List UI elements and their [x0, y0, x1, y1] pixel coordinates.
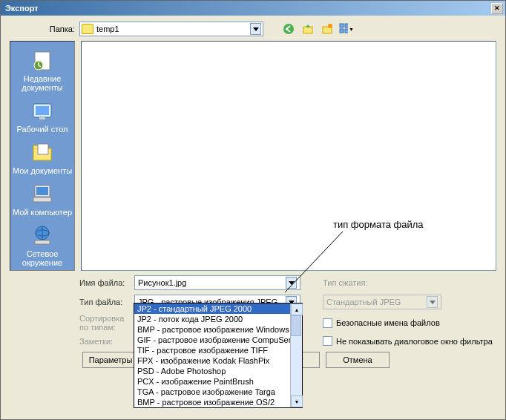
dropdown-arrow-icon: [250, 23, 261, 35]
folder-select[interactable]: temp1: [79, 22, 263, 36]
back-button[interactable]: [281, 22, 296, 36]
computer-icon: [30, 183, 54, 206]
new-folder-button[interactable]: [320, 22, 335, 36]
sidebar-item-recent[interactable]: Недавние документы: [10, 46, 74, 95]
sidebar-item-desktop[interactable]: Рабочий стол: [10, 96, 74, 137]
svg-rect-1: [303, 27, 312, 33]
title-bar: Экспорт ✕: [1, 1, 505, 16]
svg-rect-6: [340, 29, 344, 33]
svg-point-0: [283, 24, 294, 34]
svg-rect-20: [35, 240, 50, 244]
chevron-down-icon: ▼: [295, 399, 300, 404]
no-dialog-checkbox[interactable]: Не показывать диалоговое окно фильтра: [323, 336, 493, 346]
dropdown-item[interactable]: GIF - растровое изображение CompuServe: [134, 335, 302, 345]
sidebar-item-computer[interactable]: Мой компьютер: [10, 180, 74, 220]
dropdown-arrow-icon: [427, 296, 438, 308]
dropdown-item[interactable]: FPX - изображение Kodak FlashPix: [134, 355, 302, 366]
annotation-text: тип формата файла: [333, 219, 424, 230]
folder-icon: [82, 24, 93, 34]
chevron-up-icon: ▲: [295, 307, 300, 312]
view-menu-button[interactable]: ▼: [339, 22, 354, 36]
recent-icon: [30, 49, 54, 73]
folder-label: Папка:: [10, 24, 75, 33]
scrollbar[interactable]: ▲ ▼: [290, 303, 302, 407]
svg-rect-16: [36, 187, 48, 195]
sidebar-label: Рабочий стол: [16, 125, 68, 134]
dropdown-arrow-icon: [286, 277, 297, 289]
up-folder-icon: [302, 23, 314, 35]
cancel-button[interactable]: Отмена: [326, 352, 390, 368]
sort-label: Сортировка по типам:: [79, 314, 130, 332]
dropdown-item[interactable]: PCX - изображение PaintBrush: [134, 376, 302, 387]
dropdown-item[interactable]: TIF - растровое изображение TIFF: [134, 345, 302, 355]
sidebar-label: Мои документы: [13, 166, 72, 175]
scroll-down-button[interactable]: ▼: [291, 396, 303, 407]
params-button[interactable]: Параметры: [82, 352, 139, 368]
close-icon: ✕: [494, 4, 500, 12]
filetype-label: Тип файла:: [79, 298, 130, 306]
safe-names-checkbox[interactable]: Безопасные имена файлов: [323, 318, 440, 328]
chevron-down-icon: ▼: [349, 27, 354, 32]
dropdown-item[interactable]: JP2 - стандартный JPEG 2000: [134, 303, 302, 314]
sidebar-label: Недавние документы: [12, 74, 73, 92]
svg-rect-12: [39, 117, 45, 119]
dropdown-item[interactable]: BMP - растровое изображение Windows: [134, 324, 302, 335]
dropdown-item[interactable]: BMP - растровое изображение OS/2: [134, 397, 302, 407]
sidebar-label: Сетевое окружение: [12, 249, 73, 267]
up-button[interactable]: [300, 22, 315, 36]
svg-rect-4: [340, 24, 344, 27]
back-icon: [283, 23, 295, 35]
desktop-icon: [30, 99, 54, 123]
documents-icon: [30, 141, 54, 165]
dropdown-item[interactable]: TGA - растровое изображение Targa: [134, 387, 302, 397]
svg-rect-14: [38, 144, 48, 154]
svg-rect-17: [33, 197, 51, 202]
file-list-area[interactable]: [81, 41, 496, 271]
svg-rect-5: [345, 24, 348, 27]
sidebar-item-documents[interactable]: Мои документы: [10, 138, 74, 178]
close-button[interactable]: ✕: [491, 3, 503, 14]
places-sidebar: Недавние документы Рабочий стол Мои доку…: [10, 41, 75, 271]
view-icon: [339, 23, 348, 35]
compression-select: Стандартный JPEG: [323, 295, 441, 309]
network-icon: [30, 224, 54, 248]
sidebar-label: Мой компьютер: [13, 208, 72, 217]
svg-point-3: [328, 24, 332, 28]
dropdown-item[interactable]: PSD - Adobe Photoshop: [134, 366, 302, 376]
sidebar-item-network[interactable]: Сетевое окружение: [10, 221, 74, 270]
window-title: Экспорт: [3, 4, 491, 13]
compression-label: Тип сжатия:: [323, 278, 367, 287]
svg-rect-11: [36, 106, 49, 115]
scroll-up-button[interactable]: ▲: [291, 303, 303, 315]
filename-input[interactable]: Рисунок1.jpg: [134, 275, 300, 290]
filename-label: Имя файла:: [79, 278, 130, 287]
filetype-dropdown-list: JP2 - стандартный JPEG 2000 JP2 - поток …: [134, 303, 303, 408]
notes-label: Заметки:: [79, 337, 130, 346]
folder-value: temp1: [96, 24, 250, 33]
checkbox-icon: [323, 336, 332, 346]
dropdown-item[interactable]: JP2 - поток кода JPEG 2000: [134, 314, 302, 324]
scroll-thumb[interactable]: [291, 315, 301, 336]
svg-rect-7: [345, 29, 348, 33]
new-folder-icon: [321, 23, 333, 35]
checkbox-icon: [323, 318, 332, 328]
